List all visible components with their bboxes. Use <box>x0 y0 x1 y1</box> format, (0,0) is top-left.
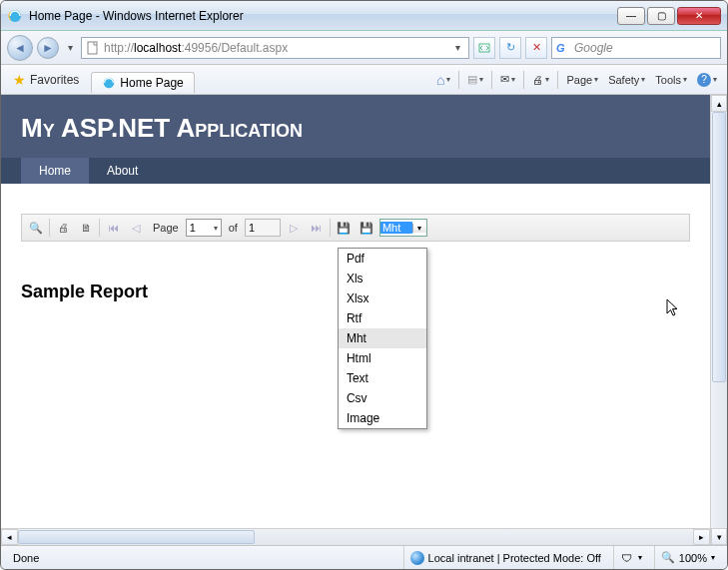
home-button[interactable]: ⌂▾ <box>432 70 454 90</box>
nav-history-dropdown[interactable]: ▾ <box>63 38 77 58</box>
total-pages: 1 <box>245 219 281 237</box>
hscroll-right[interactable]: ▸ <box>693 529 710 545</box>
close-button[interactable]: ✕ <box>677 7 721 25</box>
help-button[interactable]: ?▾ <box>693 71 721 89</box>
status-left: Done <box>7 546 257 569</box>
status-security[interactable]: 🛡▾ <box>613 546 648 569</box>
command-bar: ★ Favorites Home Page ⌂▾ ▤▾ ✉▾ 🖨▾ Page▾ … <box>1 65 727 95</box>
address-bar[interactable]: http://localhost:49956/Default.aspx ▾ <box>81 37 469 59</box>
of-label: of <box>225 222 242 234</box>
status-bar: Done Local intranet | Protected Mode: Of… <box>1 545 727 569</box>
export-option-xls[interactable]: Xls <box>339 269 426 288</box>
maximize-button[interactable]: ▢ <box>647 7 675 25</box>
svg-text:G: G <box>556 42 565 54</box>
export-option-rtf[interactable]: Rtf <box>339 308 426 328</box>
ie-logo-icon <box>7 8 23 24</box>
export-selected-value: Mht <box>380 222 412 234</box>
browser-tab[interactable]: Home Page <box>91 72 194 93</box>
feeds-button[interactable]: ▤▾ <box>463 71 487 88</box>
asp-nav: Home About <box>1 158 710 184</box>
forward-icon: ► <box>42 41 54 55</box>
export-option-text[interactable]: Text <box>339 368 426 388</box>
page-icon <box>86 41 100 55</box>
address-dropdown[interactable]: ▾ <box>450 38 464 58</box>
safety-menu-button[interactable]: Safety▾ <box>604 72 649 88</box>
mail-icon: ✉ <box>500 73 509 86</box>
svg-rect-2 <box>88 42 97 54</box>
search-icon: 🔍 <box>29 222 43 235</box>
window-controls: — ▢ ✕ <box>617 7 721 25</box>
svg-point-5 <box>104 78 115 89</box>
export-option-html[interactable]: Html <box>339 348 426 368</box>
page-content: My ASP.NET Application Home About 🔍 🖨 🗎 … <box>1 95 710 545</box>
export-option-xlsx[interactable]: Xlsx <box>339 288 426 308</box>
rss-icon: ▤ <box>467 73 477 86</box>
next-icon: ▷ <box>290 222 298 235</box>
search-placeholder: Google <box>574 41 613 55</box>
export-dropdown: Pdf Xls Xlsx Rtf Mht Html Text Csv Image <box>338 248 427 429</box>
vscroll-up[interactable]: ▴ <box>711 95 727 112</box>
toolbar-print-button[interactable]: 🖨 <box>53 218 73 238</box>
chevron-down-icon: ▾ <box>412 224 426 233</box>
search-box[interactable]: G Google <box>551 37 721 59</box>
url-text: http://localhost:49956/Default.aspx <box>104 41 446 55</box>
page-menu-button[interactable]: Page▾ <box>562 72 602 88</box>
print-menu-button[interactable]: 🖨▾ <box>528 72 553 88</box>
last-page-button[interactable]: ⏭ <box>307 218 327 238</box>
favorites-button[interactable]: ★ Favorites <box>7 70 85 90</box>
next-page-button[interactable]: ▷ <box>284 218 304 238</box>
printer-icon: 🖨 <box>532 74 543 86</box>
current-page-input[interactable]: 1▾ <box>186 219 222 237</box>
ie-page-icon <box>102 76 116 90</box>
export-option-pdf[interactable]: Pdf <box>339 249 426 269</box>
navigation-bar: ◄ ► ▾ http://localhost:49956/Default.asp… <box>1 31 727 65</box>
zoom-icon: 🔍 <box>661 551 675 565</box>
svg-point-0 <box>9 10 21 22</box>
hscroll-thumb[interactable] <box>18 530 255 544</box>
window-title: Home Page - Windows Internet Explorer <box>29 9 617 23</box>
vertical-scrollbar[interactable]: ▴ ▾ <box>710 95 727 545</box>
export-option-mht[interactable]: Mht <box>339 328 426 348</box>
read-mail-button[interactable]: ✉▾ <box>496 71 519 88</box>
refresh-button[interactable]: ↻ <box>499 37 521 59</box>
refresh-icon: ↻ <box>506 41 515 54</box>
compat-view-button[interactable] <box>473 37 495 59</box>
export-option-csv[interactable]: Csv <box>339 388 426 408</box>
globe-icon <box>410 551 424 565</box>
last-icon: ⏭ <box>311 222 322 234</box>
back-button[interactable]: ◄ <box>7 35 33 61</box>
print-icon: 🖨 <box>58 222 69 234</box>
vscroll-down[interactable]: ▾ <box>711 528 727 545</box>
stop-button[interactable]: ✕ <box>525 37 547 59</box>
viewport: My ASP.NET Application Home About 🔍 🖨 🗎 … <box>1 95 727 545</box>
save-to-window-button[interactable]: 💾 <box>357 218 376 238</box>
vscroll-thumb[interactable] <box>712 112 726 382</box>
tools-menu-button[interactable]: Tools▾ <box>651 72 691 88</box>
forward-button[interactable]: ► <box>37 37 59 59</box>
nav-home[interactable]: Home <box>21 158 89 184</box>
page-label: Page <box>149 222 183 234</box>
shield-icon: 🛡 <box>620 551 634 565</box>
prev-page-button[interactable]: ◁ <box>126 218 146 238</box>
report-toolbar: 🔍 🖨 🗎 ⏮ ◁ Page 1▾ of 1 ▷ ⏭ 💾 💾 <box>21 214 690 242</box>
help-icon: ? <box>697 73 711 87</box>
first-icon: ⏮ <box>108 222 119 234</box>
app-heading: My ASP.NET Application <box>21 113 690 144</box>
toolbar-search-button[interactable]: 🔍 <box>26 218 46 238</box>
page-horizontal-scrollbar[interactable]: ◂ ▸ <box>1 528 710 545</box>
hscroll-track[interactable] <box>18 529 693 545</box>
google-icon: G <box>556 41 570 55</box>
hscroll-left[interactable]: ◂ <box>1 529 18 545</box>
status-zone: Local intranet | Protected Mode: Off <box>403 546 607 569</box>
asp-body: 🔍 🖨 🗎 ⏮ ◁ Page 1▾ of 1 ▷ ⏭ 💾 💾 <box>1 184 710 513</box>
browser-window: Home Page - Windows Internet Explorer — … <box>0 0 728 570</box>
export-option-image[interactable]: Image <box>339 408 426 428</box>
vscroll-track[interactable] <box>711 112 727 528</box>
save-to-disk-button[interactable]: 💾 <box>334 218 354 238</box>
minimize-button[interactable]: — <box>617 7 645 25</box>
status-zoom[interactable]: 🔍 100% ▾ <box>654 546 721 569</box>
nav-about[interactable]: About <box>89 158 156 184</box>
export-format-select[interactable]: Mht ▾ Pdf Xls Xlsx Rtf Mht Html Text Csv… <box>379 219 427 237</box>
toolbar-print-page-button[interactable]: 🗎 <box>76 218 96 238</box>
first-page-button[interactable]: ⏮ <box>103 218 123 238</box>
